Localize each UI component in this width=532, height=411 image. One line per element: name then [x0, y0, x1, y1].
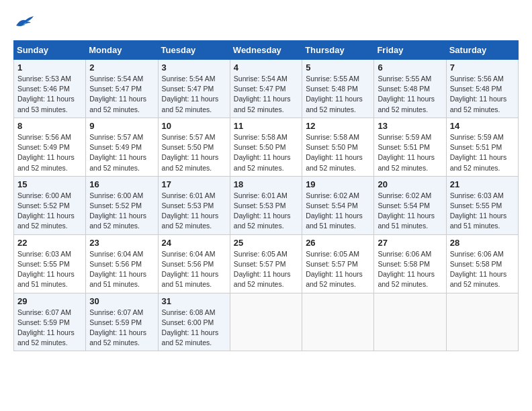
day-number: 19	[306, 179, 370, 189]
day-number: 21	[450, 179, 515, 189]
calendar-cell	[446, 293, 518, 351]
day-number: 4	[234, 62, 298, 73]
day-number: 28	[450, 238, 515, 248]
day-number: 25	[234, 238, 298, 248]
logo-text	[13, 13, 40, 30]
day-number: 9	[89, 121, 154, 131]
calendar-cell: 15Sunrise: 6:00 AMSunset: 5:52 PMDayligh…	[14, 176, 86, 234]
day-number: 27	[378, 238, 442, 248]
day-number: 1	[17, 62, 82, 73]
day-info: Sunrise: 6:08 AMSunset: 6:00 PMDaylight:…	[162, 308, 226, 349]
calendar-cell: 13Sunrise: 5:59 AMSunset: 5:51 PMDayligh…	[374, 118, 446, 176]
day-number: 23	[89, 238, 154, 248]
calendar-cell: 3Sunrise: 5:54 AMSunset: 5:47 PMDaylight…	[158, 60, 230, 118]
calendar-cell: 4Sunrise: 5:54 AMSunset: 5:47 PMDaylight…	[230, 60, 302, 118]
day-info: Sunrise: 5:56 AMSunset: 5:49 PMDaylight:…	[17, 132, 82, 173]
day-info: Sunrise: 5:57 AMSunset: 5:49 PMDaylight:…	[89, 132, 154, 173]
day-info: Sunrise: 5:57 AMSunset: 5:50 PMDaylight:…	[162, 132, 226, 173]
calendar-cell: 8Sunrise: 5:56 AMSunset: 5:49 PMDaylight…	[14, 118, 86, 176]
day-number: 2	[89, 62, 154, 73]
day-number: 30	[89, 296, 154, 306]
day-info: Sunrise: 6:02 AMSunset: 5:54 PMDaylight:…	[378, 191, 442, 232]
day-info: Sunrise: 6:05 AMSunset: 5:57 PMDaylight:…	[306, 249, 370, 290]
day-number: 3	[162, 62, 226, 73]
calendar-cell: 12Sunrise: 5:58 AMSunset: 5:50 PMDayligh…	[302, 118, 374, 176]
day-number: 22	[17, 238, 82, 248]
calendar-cell: 9Sunrise: 5:57 AMSunset: 5:49 PMDaylight…	[86, 118, 158, 176]
day-number: 29	[17, 296, 82, 306]
weekday-header-sunday: Sunday	[14, 41, 86, 60]
day-number: 7	[450, 62, 515, 73]
day-info: Sunrise: 6:07 AMSunset: 5:59 PMDaylight:…	[89, 308, 154, 349]
day-number: 15	[17, 179, 82, 189]
day-number: 11	[234, 121, 298, 131]
day-info: Sunrise: 5:53 AMSunset: 5:46 PMDaylight:…	[17, 74, 82, 115]
day-info: Sunrise: 5:55 AMSunset: 5:48 PMDaylight:…	[306, 74, 370, 115]
calendar-cell: 16Sunrise: 6:00 AMSunset: 5:52 PMDayligh…	[86, 176, 158, 234]
day-info: Sunrise: 6:07 AMSunset: 5:59 PMDaylight:…	[17, 308, 82, 349]
day-number: 20	[378, 179, 442, 189]
calendar-cell	[374, 293, 446, 351]
calendar-table: SundayMondayTuesdayWednesdayThursdayFrid…	[13, 40, 519, 351]
day-number: 6	[378, 62, 442, 73]
day-info: Sunrise: 6:00 AMSunset: 5:52 PMDaylight:…	[17, 191, 82, 232]
day-info: Sunrise: 6:04 AMSunset: 5:56 PMDaylight:…	[89, 249, 154, 290]
weekday-header-saturday: Saturday	[446, 41, 518, 60]
weekday-header-friday: Friday	[374, 41, 446, 60]
day-info: Sunrise: 6:04 AMSunset: 5:56 PMDaylight:…	[162, 249, 226, 290]
calendar-cell: 31Sunrise: 6:08 AMSunset: 6:00 PMDayligh…	[158, 293, 230, 351]
calendar-cell: 20Sunrise: 6:02 AMSunset: 5:54 PMDayligh…	[374, 176, 446, 234]
calendar-cell: 10Sunrise: 5:57 AMSunset: 5:50 PMDayligh…	[158, 118, 230, 176]
day-info: Sunrise: 6:06 AMSunset: 5:58 PMDaylight:…	[450, 249, 515, 290]
day-info: Sunrise: 6:01 AMSunset: 5:53 PMDaylight:…	[162, 191, 226, 232]
day-info: Sunrise: 5:54 AMSunset: 5:47 PMDaylight:…	[162, 74, 226, 115]
calendar-cell	[230, 293, 302, 351]
day-info: Sunrise: 5:56 AMSunset: 5:48 PMDaylight:…	[450, 74, 515, 115]
day-info: Sunrise: 5:54 AMSunset: 5:47 PMDaylight:…	[234, 74, 298, 115]
calendar-cell: 27Sunrise: 6:06 AMSunset: 5:58 PMDayligh…	[374, 234, 446, 293]
day-number: 26	[306, 238, 370, 248]
calendar-cell: 18Sunrise: 6:01 AMSunset: 5:53 PMDayligh…	[230, 176, 302, 234]
calendar-cell: 26Sunrise: 6:05 AMSunset: 5:57 PMDayligh…	[302, 234, 374, 293]
day-number: 13	[378, 121, 442, 131]
week-row-4: 22Sunrise: 6:03 AMSunset: 5:55 PMDayligh…	[14, 234, 519, 293]
day-number: 14	[450, 121, 515, 131]
day-info: Sunrise: 5:58 AMSunset: 5:50 PMDaylight:…	[306, 132, 370, 173]
day-info: Sunrise: 6:03 AMSunset: 5:55 PMDaylight:…	[450, 191, 515, 232]
day-info: Sunrise: 6:05 AMSunset: 5:57 PMDaylight:…	[234, 249, 298, 290]
week-row-1: 1Sunrise: 5:53 AMSunset: 5:46 PMDaylight…	[14, 60, 519, 118]
day-number: 31	[162, 296, 226, 306]
calendar-cell: 7Sunrise: 5:56 AMSunset: 5:48 PMDaylight…	[446, 60, 518, 118]
day-number: 18	[234, 179, 298, 189]
day-info: Sunrise: 5:54 AMSunset: 5:47 PMDaylight:…	[89, 74, 154, 115]
header	[13, 13, 519, 30]
weekday-header-thursday: Thursday	[302, 41, 374, 60]
day-number: 10	[162, 121, 226, 131]
day-info: Sunrise: 6:01 AMSunset: 5:53 PMDaylight:…	[234, 191, 298, 232]
week-row-3: 15Sunrise: 6:00 AMSunset: 5:52 PMDayligh…	[14, 176, 519, 234]
day-number: 8	[17, 121, 82, 131]
calendar-cell: 14Sunrise: 5:59 AMSunset: 5:51 PMDayligh…	[446, 118, 518, 176]
day-info: Sunrise: 5:59 AMSunset: 5:51 PMDaylight:…	[378, 132, 442, 173]
day-number: 12	[306, 121, 370, 131]
calendar-cell: 22Sunrise: 6:03 AMSunset: 5:55 PMDayligh…	[14, 234, 86, 293]
day-info: Sunrise: 6:03 AMSunset: 5:55 PMDaylight:…	[17, 249, 82, 290]
day-info: Sunrise: 5:59 AMSunset: 5:51 PMDaylight:…	[450, 132, 515, 173]
week-row-2: 8Sunrise: 5:56 AMSunset: 5:49 PMDaylight…	[14, 118, 519, 176]
calendar-cell	[302, 293, 374, 351]
day-number: 24	[162, 238, 226, 248]
calendar-cell: 19Sunrise: 6:02 AMSunset: 5:54 PMDayligh…	[302, 176, 374, 234]
calendar-cell: 1Sunrise: 5:53 AMSunset: 5:46 PMDaylight…	[14, 60, 86, 118]
calendar-cell: 29Sunrise: 6:07 AMSunset: 5:59 PMDayligh…	[14, 293, 86, 351]
bird-icon	[13, 13, 35, 30]
calendar-cell: 5Sunrise: 5:55 AMSunset: 5:48 PMDaylight…	[302, 60, 374, 118]
logo	[13, 13, 40, 30]
weekday-header-monday: Monday	[86, 41, 158, 60]
day-number: 17	[162, 179, 226, 189]
calendar-cell: 2Sunrise: 5:54 AMSunset: 5:47 PMDaylight…	[86, 60, 158, 118]
calendar-cell: 6Sunrise: 5:55 AMSunset: 5:48 PMDaylight…	[374, 60, 446, 118]
weekday-header-wednesday: Wednesday	[230, 41, 302, 60]
day-number: 16	[89, 179, 154, 189]
day-info: Sunrise: 5:55 AMSunset: 5:48 PMDaylight:…	[378, 74, 442, 115]
calendar-cell: 23Sunrise: 6:04 AMSunset: 5:56 PMDayligh…	[86, 234, 158, 293]
